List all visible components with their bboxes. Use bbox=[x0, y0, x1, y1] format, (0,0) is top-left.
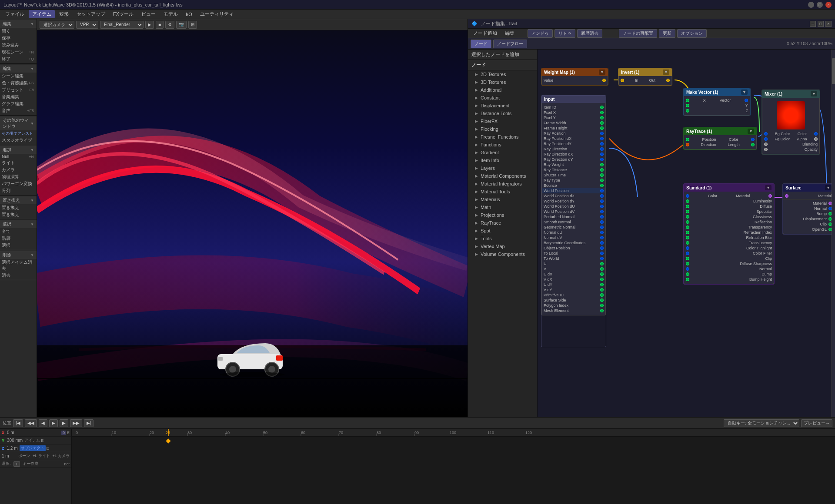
vp-camera-btn[interactable]: 📷 bbox=[176, 21, 187, 29]
weight-map-dropdown[interactable]: ▼ bbox=[599, 70, 605, 75]
tl-play-btn[interactable]: ▶ bbox=[49, 419, 58, 427]
btn-powergon[interactable]: パワーゴン変換 bbox=[0, 180, 37, 187]
std-translucency-port[interactable] bbox=[686, 241, 689, 245]
rt-color-out[interactable] bbox=[751, 138, 755, 141]
replace-header[interactable]: 置き換え ▼ bbox=[0, 196, 37, 204]
vp-stop-btn[interactable]: ■ bbox=[156, 21, 164, 29]
mv-y-port[interactable] bbox=[686, 104, 689, 107]
make-vector-dropdown[interactable]: ▼ bbox=[741, 90, 748, 95]
invert-dropdown[interactable]: ▼ bbox=[663, 70, 669, 75]
tl-auto-key[interactable]: 自動キー: 全モーションチャン... bbox=[724, 419, 799, 427]
menu-transform[interactable]: 変形 bbox=[56, 10, 72, 18]
port-u-dy[interactable] bbox=[600, 283, 604, 286]
category-raytrace[interactable]: ▶RayTrace bbox=[468, 219, 537, 227]
invert-in-port[interactable] bbox=[621, 79, 624, 82]
port-v[interactable] bbox=[600, 267, 604, 271]
port-mesh-element[interactable] bbox=[600, 309, 604, 312]
node-canvas-scrollbar[interactable] bbox=[832, 50, 835, 417]
node-panel-minimize[interactable]: ─ bbox=[810, 21, 816, 27]
port-world-pos-dy[interactable] bbox=[600, 199, 604, 203]
tl-next-frame-btn[interactable]: ▶ bbox=[60, 419, 68, 427]
delete-header[interactable]: 削除 ▼ bbox=[0, 251, 37, 259]
node-btn-redo[interactable]: リドゥ bbox=[554, 29, 575, 38]
select-header[interactable]: 選択 ▼ bbox=[0, 220, 37, 228]
port-surface-side[interactable] bbox=[600, 298, 604, 302]
btn-select[interactable]: 選択 bbox=[0, 242, 37, 249]
std-color-highlight-port[interactable] bbox=[686, 246, 689, 250]
btn-preset[interactable]: プリセットF8 bbox=[0, 86, 37, 93]
rt-position-port[interactable] bbox=[686, 138, 689, 141]
raytrace-node[interactable]: RayTrace (1) ▼ Position Color Direction bbox=[683, 127, 757, 150]
menu-model[interactable]: モデル bbox=[160, 10, 181, 18]
port-geo-normal[interactable] bbox=[600, 225, 604, 229]
vp-settings-btn[interactable]: ⚙ bbox=[165, 21, 174, 29]
node-btn-options[interactable]: オプション bbox=[677, 29, 707, 38]
mixer-blending-port[interactable] bbox=[764, 143, 768, 146]
menu-fx[interactable]: FXツール bbox=[110, 10, 137, 18]
btn-music-edit[interactable]: 音楽編集 bbox=[0, 93, 37, 100]
port-pixel-x[interactable] bbox=[600, 111, 604, 114]
mixer-opacity-port[interactable] bbox=[764, 148, 768, 151]
vp-play-btn[interactable]: ▶ bbox=[145, 21, 154, 29]
port-normal-dv[interactable] bbox=[600, 236, 604, 239]
std-color-filter-port[interactable] bbox=[686, 252, 689, 255]
btn-save[interactable]: 保存 bbox=[0, 35, 37, 42]
menu-io[interactable]: I/O bbox=[182, 11, 196, 18]
btn-delete[interactable]: 消去 bbox=[0, 272, 37, 279]
std-refraction-idx-port[interactable] bbox=[686, 231, 689, 234]
port-ray-dir[interactable] bbox=[600, 147, 604, 151]
port-v-dx[interactable] bbox=[600, 278, 604, 281]
mv-x-port[interactable] bbox=[686, 99, 689, 102]
node-menu-edit[interactable]: 編集 bbox=[501, 29, 518, 37]
category-materials[interactable]: ▶Materials bbox=[468, 196, 537, 203]
node-btn-undo[interactable]: アンドゥ bbox=[528, 29, 553, 38]
tab-node-flow[interactable]: ノードフロー bbox=[493, 40, 527, 48]
std-glossiness-port[interactable] bbox=[686, 215, 689, 219]
other-header[interactable]: その他のウィンドウ ▼ bbox=[0, 116, 37, 130]
category-functions[interactable]: ▶Functions bbox=[468, 141, 537, 149]
mv-vector-port[interactable] bbox=[745, 99, 748, 102]
category-projections[interactable]: ▶Projections bbox=[468, 211, 537, 219]
node-btn-clear-history[interactable]: 履歴消去 bbox=[577, 29, 602, 38]
category-fresnel[interactable]: ▶Fresnel Functions bbox=[468, 133, 537, 141]
category-spot[interactable]: ▶Spot bbox=[468, 227, 537, 235]
keyframe-marker[interactable] bbox=[166, 438, 170, 443]
tl-end-btn[interactable]: ▶| bbox=[84, 419, 94, 427]
btn-graph-edit[interactable]: グラフ編集 bbox=[0, 100, 37, 107]
scrollbar-thumb[interactable] bbox=[832, 58, 835, 84]
category-3d-textures[interactable]: ▶3D Textures bbox=[468, 78, 537, 86]
surface-dropdown[interactable]: ▼ bbox=[825, 185, 832, 190]
std-diffuse-sharpness-port[interactable] bbox=[686, 262, 689, 265]
node-btn-rearrange[interactable]: ノードの再配置 bbox=[619, 29, 657, 38]
camera-select[interactable]: 選択カメラ bbox=[40, 21, 74, 29]
render-select[interactable]: Final_Render bbox=[100, 21, 144, 29]
std-material-out[interactable] bbox=[768, 194, 772, 198]
std-refraction-blur-port[interactable] bbox=[686, 236, 689, 239]
std-color-in-port[interactable] bbox=[686, 194, 689, 198]
invert-out-port[interactable] bbox=[666, 79, 670, 82]
btn-new-scene[interactable]: 現在シーン+N bbox=[0, 49, 37, 56]
add-header[interactable]: 追加 ▼ bbox=[0, 146, 37, 154]
edit-header[interactable]: 編集 ▼ bbox=[0, 65, 37, 73]
port-to-local[interactable] bbox=[600, 252, 604, 255]
port-ray-dir-dx[interactable] bbox=[600, 153, 604, 156]
category-math[interactable]: ▶Math bbox=[468, 203, 537, 211]
menu-file[interactable]: ファイル bbox=[2, 10, 28, 18]
vpr-select[interactable]: VPR bbox=[76, 21, 98, 29]
port-obj-pos[interactable] bbox=[600, 246, 604, 250]
tl-prev-frame-btn[interactable]: ◀ bbox=[39, 419, 47, 427]
menu-view[interactable]: ビュー bbox=[138, 10, 159, 18]
mixer-dropdown[interactable]: ▼ bbox=[811, 91, 817, 96]
mv-z-port[interactable] bbox=[686, 109, 689, 113]
menu-utility[interactable]: ユーティリティ bbox=[197, 10, 237, 18]
node-btn-update[interactable]: 更新 bbox=[659, 29, 675, 38]
vp-grid-btn[interactable]: ⊞ bbox=[188, 21, 197, 29]
raytrace-dropdown[interactable]: ▼ bbox=[748, 129, 754, 134]
invert-node[interactable]: Invert (1) ▼ In Out bbox=[618, 68, 672, 86]
port-polygon-index[interactable] bbox=[600, 304, 604, 307]
btn-audio[interactable]: 音声+F5 bbox=[0, 107, 37, 114]
port-normal-du[interactable] bbox=[600, 231, 604, 234]
port-ray-dir-dy[interactable] bbox=[600, 158, 604, 161]
port-bary[interactable] bbox=[600, 241, 604, 245]
category-material-components[interactable]: ▶Material Components bbox=[468, 172, 537, 180]
